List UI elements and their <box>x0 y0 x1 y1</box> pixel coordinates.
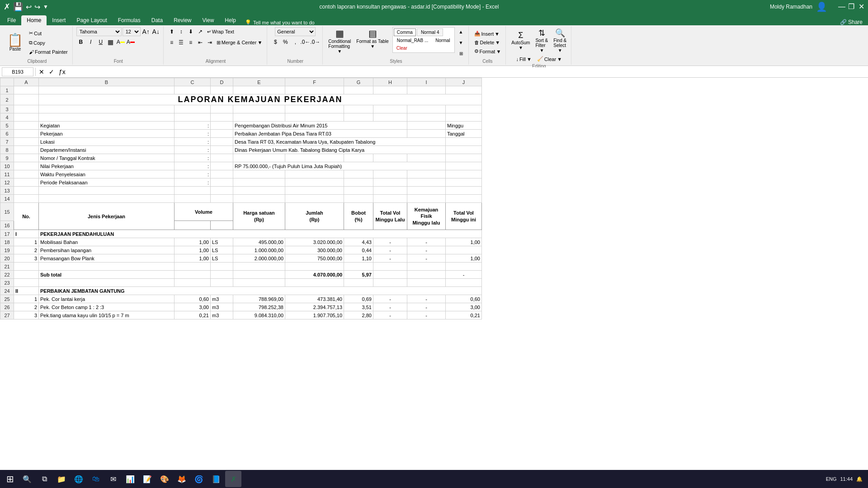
cell-A8[interactable] <box>14 146 39 154</box>
cell-F9[interactable] <box>285 154 344 162</box>
decrease-decimal-button[interactable]: .0← <box>301 38 310 47</box>
cell-B11[interactable]: Waktu Penyelesaian <box>39 170 175 178</box>
cell-E13[interactable] <box>233 187 285 195</box>
cell-I6[interactable] <box>407 130 446 138</box>
cell-I27[interactable]: - <box>407 311 446 319</box>
cell-E19[interactable]: 1.000.000,00 <box>233 246 285 254</box>
sort-filter-button[interactable]: ⇅ Sort &Filter ▼ <box>533 27 550 54</box>
cell-I9[interactable] <box>407 154 446 162</box>
tab-file[interactable]: File <box>2 15 21 25</box>
app-icon-5[interactable]: 🌀 <box>191 471 207 487</box>
cell-E26[interactable]: 798.252,38 <box>233 303 285 311</box>
tab-data[interactable]: Data <box>146 15 168 25</box>
cell-D21[interactable] <box>211 263 233 271</box>
cell-E3[interactable] <box>233 105 285 113</box>
cell-E21[interactable] <box>233 263 285 271</box>
clear-editing-button[interactable]: 🧹 Clear ▼ <box>535 55 564 63</box>
cell-D18[interactable]: LS <box>211 238 233 246</box>
tab-page-layout[interactable]: Page Layout <box>71 15 112 25</box>
cell-F21[interactable] <box>285 263 344 271</box>
insert-button[interactable]: 📥 Insert ▼ <box>472 30 503 38</box>
cell-F14[interactable] <box>285 195 344 203</box>
align-bottom-button[interactable]: ⬇ <box>186 27 195 36</box>
cell-G1[interactable] <box>344 86 373 94</box>
percent-button[interactable]: % <box>281 38 290 47</box>
cell-G26[interactable]: 3,51 <box>344 303 373 311</box>
task-view-icon[interactable]: ⧉ <box>36 471 52 487</box>
cell-E9[interactable] <box>233 154 285 162</box>
cell-F3[interactable] <box>285 105 344 113</box>
cell-E1[interactable] <box>233 86 285 94</box>
header-volume[interactable]: Volume <box>175 203 233 221</box>
col-header-C[interactable]: C <box>175 78 211 86</box>
format-button[interactable]: ⚙ Format ▼ <box>472 47 503 55</box>
cell-C25[interactable]: 0,60 <box>175 295 211 303</box>
cell-E8[interactable]: Dinas Pekerjaan Umum Kab. Tabalong Bidan… <box>233 146 446 154</box>
col-header-E[interactable]: E <box>233 78 285 86</box>
header-total-vol-ini[interactable]: Total VolMinggu ini <box>446 203 482 230</box>
align-right-button[interactable]: ≡ <box>186 38 195 47</box>
cell-I5[interactable] <box>407 122 446 130</box>
cell-G13[interactable] <box>344 187 373 195</box>
cell-D12[interactable] <box>211 178 233 187</box>
cell-H14[interactable] <box>373 195 407 203</box>
comma-button[interactable]: , <box>291 38 300 47</box>
cell-D5[interactable] <box>211 122 233 130</box>
cell-J25[interactable]: 0,60 <box>446 295 482 303</box>
cell-G11[interactable] <box>344 170 373 178</box>
styles-scroll-up[interactable]: ▲ <box>457 27 466 36</box>
cell-J20[interactable]: 1,00 <box>446 254 482 263</box>
cell-E5[interactable]: Pengembangan Distribusi Air Minum 2015 <box>233 122 407 130</box>
cell-G12[interactable] <box>344 178 373 187</box>
cell-E22[interactable] <box>233 271 285 279</box>
cell-F27[interactable]: 1.907.705,10 <box>285 311 344 319</box>
cell-A27[interactable]: 3 <box>14 311 39 319</box>
cell-E18[interactable]: 495.000,00 <box>233 238 285 246</box>
cell-A10[interactable] <box>14 162 39 170</box>
cell-F19[interactable]: 300.000,00 <box>285 246 344 254</box>
cell-D4[interactable] <box>211 113 233 122</box>
app-icon-3[interactable]: 🎨 <box>156 471 173 487</box>
header-vol-qty[interactable] <box>175 221 211 230</box>
cell-D20[interactable]: LS <box>211 254 233 263</box>
cell-B10[interactable]: Nilai Pekerjaan <box>39 162 175 170</box>
cell-H23[interactable] <box>373 279 407 287</box>
cell-H1[interactable] <box>373 86 407 94</box>
italic-button[interactable]: I <box>86 38 95 47</box>
fill-color-button[interactable]: A <box>116 38 125 47</box>
tab-formulas[interactable]: Formulas <box>113 15 146 25</box>
cell-D3[interactable] <box>211 105 233 113</box>
cell-C23[interactable] <box>175 279 211 287</box>
align-center-button[interactable]: ☰ <box>177 38 186 47</box>
cell-B6[interactable]: Pekerjaan <box>39 130 175 138</box>
formula-input[interactable] <box>69 67 866 76</box>
cell-A9[interactable] <box>14 154 39 162</box>
cell-C21[interactable] <box>175 263 211 271</box>
cell-C14[interactable] <box>175 195 211 203</box>
cell-I11[interactable] <box>407 170 446 178</box>
cell-C4[interactable] <box>175 113 211 122</box>
comma-style-button[interactable]: Comma <box>394 28 416 36</box>
cell-B12[interactable]: Periode Pelaksanaan <box>39 178 175 187</box>
cell-B14[interactable] <box>39 195 175 203</box>
increase-indent-button[interactable]: ⇥ <box>205 38 214 47</box>
tell-me-bar[interactable]: 💡 Tell me what you want to do <box>245 19 315 25</box>
normal-rab-style[interactable]: Normal_RAB ... <box>394 37 431 44</box>
header-bobot[interactable]: Bobot(%) <box>344 203 373 230</box>
cell-title[interactable]: LAPORAN KEMAJUAN PEKERJAAN <box>39 94 482 105</box>
cell-D1[interactable] <box>211 86 233 94</box>
cell-G3[interactable] <box>344 105 373 113</box>
cell-C10[interactable]: : <box>175 162 211 170</box>
cell-D19[interactable]: LS <box>211 246 233 254</box>
col-header-H[interactable]: H <box>373 78 407 86</box>
cell-I12[interactable] <box>407 178 446 187</box>
cell-J6[interactable]: Tanggal <box>446 130 482 138</box>
cell-I26[interactable]: - <box>407 303 446 311</box>
cell-E23[interactable] <box>233 279 285 287</box>
cell-I19[interactable]: - <box>407 246 446 254</box>
cell-D6[interactable] <box>211 130 233 138</box>
cell-H22[interactable] <box>373 271 407 279</box>
cell-A7[interactable] <box>14 138 39 146</box>
cell-J5[interactable]: Minggu <box>446 122 482 130</box>
cell-I13[interactable] <box>407 187 446 195</box>
